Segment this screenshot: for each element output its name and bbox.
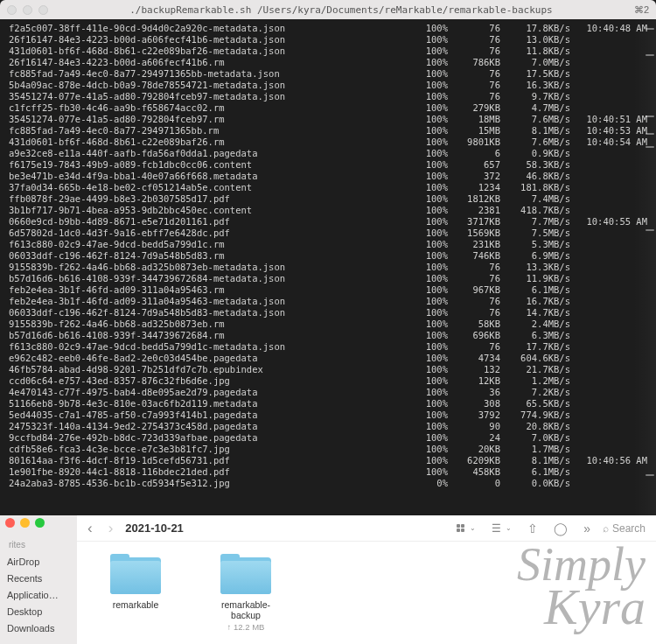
terminal-row: 5b4a09ac-878e-4dcb-b0a9-78de78554721-met… [9,80,647,91]
folder-item[interactable]: remarkable [98,554,173,610]
finder-main: ‹ › 2021-10-21 ⌄ ☰ ⌄ ⇧ ◯ » ⌕ Searc [77,515,656,644]
minimize-icon[interactable] [20,518,30,528]
window-controls [5,518,45,528]
terminal-row: 06033ddf-c196-462f-8124-7d9a548b5d83-met… [9,307,647,318]
finder-sidebar: rites AirDropRecentsApplicatio…DesktopDo… [0,515,77,644]
minimize-icon[interactable] [23,5,32,15]
terminal-row: feb2e4ea-3b1f-46fd-ad09-311a04a95463-met… [9,296,647,307]
terminal-row: ffb0878f-29ae-4499-b8e3-2b0307585d17.pdf… [9,193,647,205]
window-controls [7,5,48,15]
terminal-row: 6d57802d-1dc0-4d3f-9a16-ebff7e6428dc.pdf… [9,228,647,239]
sidebar-item[interactable]: AirDrop [0,553,77,570]
terminal-row: be3e471b-e34d-4f9a-bba1-40e07a66f668.met… [9,171,647,182]
terminal-row: 0660e9cd-b9bb-4d89-8671-e5e71d201161.pdf… [9,216,647,228]
terminal-row: 9155839b-f262-4a46-bb68-ad325b0873eb-met… [9,262,647,273]
terminal-row: c1fcff25-fb30-4c46-aa9b-f658674acc02.rm1… [9,102,647,114]
terminal-row: 51166eb8-9b78-4e3c-810e-03ac6fb2d119.met… [9,398,647,410]
terminal-row: 26f16147-84e3-4223-b00d-a606fecf41b6.rm1… [9,57,647,68]
folder-label: remarkable-backup [208,599,283,620]
share-icon[interactable]: ⇧ [527,522,538,536]
terminal-row: fc885fad-7a49-4ec0-8a77-294971365bb.rm10… [9,125,647,136]
terminal-row: fc885fad-7a49-4ec0-8a77-294971365bb-meta… [9,68,647,80]
search-icon: ⌕ [603,522,609,535]
terminal-row: b57d16d6-b616-4108-939f-344739672684-met… [9,273,647,284]
search-input[interactable]: ⌕ Search [603,522,646,535]
terminal-row: a9e32ce8-e11a-440f-aafb-fda56af0dda1.pag… [9,148,647,159]
sidebar-item[interactable]: Recents [0,570,77,586]
forward-button[interactable]: › [108,520,114,537]
sidebar-item[interactable]: Downloads [0,620,77,636]
terminal-row: 46fb5784-abad-4d98-9201-7b251dfd7c7b.epu… [9,364,647,375]
maximize-icon[interactable] [35,518,45,528]
terminal-row: 2475323f-140a-4134-9ed2-2754373c458d.pag… [9,421,647,432]
terminal-row: 24a2aba3-8785-4536-bc1b-cd5934f5e312.jpg… [9,478,647,489]
terminal-shortcut: ⌘2 [634,4,649,16]
terminal-row: 9ccfbd84-276e-492b-b8dc-723d339afbae.pag… [9,432,647,444]
terminal-row: feb2e4ea-3b1f-46fd-ad09-311a04a95463.rm1… [9,284,647,296]
terminal-row: f6175e19-7843-49b9-a089-fcb1dbc0cc06.con… [9,159,647,171]
folder-icon [220,554,271,594]
folder-sublabel: ↑ 12.2 MB [227,622,265,632]
terminal-row: 1e901fbe-8920-44c1-8818-116bdec21ded.pdf… [9,466,647,478]
terminal-row: 37fa0d34-665b-4e18-be02-cf051214ab5e.con… [9,182,647,193]
terminal-row: 5ed44035-c7a1-4785-af50-c7a993f414b1.pag… [9,410,647,421]
terminal-row: 06033ddf-c196-462f-8124-7d9a548b5d83.rm1… [9,250,647,262]
group-by-button[interactable]: ☰ ⌄ [492,522,512,535]
terminal-row: 9155839b-f262-4a46-bb68-ad325b0873eb.rm1… [9,318,647,330]
back-button[interactable]: ‹ [87,520,93,537]
terminal-row: 431d0601-bf6f-468d-8b61-c22e089baf26.rm1… [9,136,647,148]
finder-content[interactable]: remarkableremarkable-backup↑ 12.2 MB [77,542,656,644]
terminal-title: ./backupRemarkable.sh /Users/kyra/Docume… [48,4,634,16]
maximize-icon[interactable] [38,5,48,15]
scrollbar[interactable] [633,19,656,515]
close-icon[interactable] [5,518,15,528]
more-icon[interactable]: » [583,522,590,536]
terminal-titlebar[interactable]: ./backupRemarkable.sh /Users/kyra/Docume… [0,0,656,19]
terminal-row: 801614aa-f3f6-4dcf-8f19-1d5cefd56731.pdf… [9,455,647,466]
terminal-row: 26f16147-84e3-4223-b00d-a606fecf41b6-met… [9,34,647,46]
close-icon[interactable] [7,5,17,15]
sidebar-group-label: rites [0,538,77,553]
terminal-row: f613c880-02c9-47ae-9dcd-bedd5a799d1c.rm1… [9,239,647,250]
terminal-row: 431d0601-bf6f-468d-8b61-c22e089baf26-met… [9,46,647,57]
nav-buttons: ‹ › [87,520,113,537]
view-mode-icon-grid[interactable]: ⌄ [457,524,476,532]
terminal-row: b57d16d6-b616-4108-939f-344739672684.rm1… [9,330,647,341]
terminal-output[interactable]: f2a5c007-38ff-411e-90cd-9d4d0c2a920c-met… [0,19,656,493]
terminal-row: 3b1bf717-9b71-4bea-a953-9db2bbc450ec.con… [9,205,647,216]
terminal-row: 35451274-077e-41a5-ad80-792804fceb97.rm1… [9,114,647,125]
folder-label: remarkable [113,599,159,610]
terminal-row: f2a5c007-38ff-411e-90cd-9d4d0c2a920c-met… [9,23,647,34]
folder-item[interactable]: remarkable-backup↑ 12.2 MB [208,554,283,632]
finder-toolbar: ‹ › 2021-10-21 ⌄ ☰ ⌄ ⇧ ◯ » ⌕ Searc [77,515,656,542]
terminal-window: ./backupRemarkable.sh /Users/kyra/Docume… [0,0,656,515]
tag-icon[interactable]: ◯ [554,522,568,536]
terminal-row: e962c482-eeb0-46fe-8ad2-2e0c03d454be.pag… [9,353,647,364]
terminal-row: ccd06c64-e757-43ed-8357-876c32fb6d6e.jpg… [9,375,647,387]
sidebar-item[interactable]: Desktop [0,603,77,620]
sidebar-item[interactable]: Applicatio… [0,586,77,603]
terminal-row: cdfb58e6-fca3-4c3e-bcce-e7c3e3b81fc7.jpg… [9,444,647,455]
terminal-row: 4e470143-c77f-4975-bab4-d8e095ae2d79.pag… [9,387,647,398]
terminal-row: 35451274-077e-41a5-ad80-792804fceb97-met… [9,91,647,102]
terminal-row: f613c880-02c9-47ae-9dcd-bedd5a799d1c-met… [9,341,647,353]
breadcrumb: 2021-10-21 [125,522,184,535]
finder-window: rites AirDropRecentsApplicatio…DesktopDo… [0,515,656,644]
folder-icon [110,554,161,594]
